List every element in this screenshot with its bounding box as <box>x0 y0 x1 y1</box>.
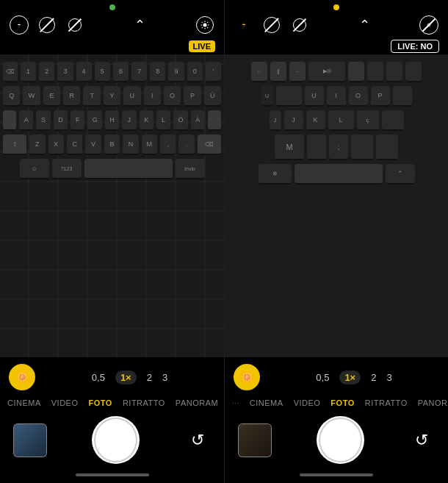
flip-icon-right <box>264 17 280 33</box>
mode-ritratto-left[interactable]: RITRATTO <box>123 398 165 407</box>
chevron-icon-right: ⌃ <box>359 18 370 32</box>
zoom-levels-left: 0,5 1× 2 3 <box>44 371 215 384</box>
zoom-row-left: 🌼 0,5 1× 2 3 <box>0 363 224 391</box>
keyboard-bg-left: ⌫ 123 456 789 0′ QWE RTY UIO PÙ ASD <box>0 54 224 357</box>
chevron-up-left[interactable]: ⌃ <box>130 15 151 35</box>
home-indicator-left <box>76 473 149 476</box>
svg-point-1 <box>203 24 207 27</box>
svg-marker-2 <box>242 19 247 31</box>
mode-video-right[interactable]: VIDEO <box>294 398 321 407</box>
zoom-3-left[interactable]: 3 <box>162 372 167 383</box>
mode-panoram-right[interactable]: PANORAM <box>418 398 448 407</box>
zoom-1x-left[interactable]: 1× <box>115 371 137 384</box>
mode-panoram-left[interactable]: PANORAM <box>176 398 218 407</box>
zoom-3-right[interactable]: 3 <box>386 372 391 383</box>
keyboard-bg-right: ← ‖ → ▶⊟ U UIO P <box>225 54 448 357</box>
thumbnail-left[interactable] <box>13 423 47 457</box>
live-badge-left: LIVE <box>189 40 215 52</box>
mode-scroll-left: CINEMA VIDEO FOTO RITRATTO PANORAM <box>0 398 224 407</box>
macro-button-right[interactable]: 🌼 <box>234 364 260 390</box>
zoom-1x-right[interactable]: 1× <box>339 371 361 384</box>
thumb-image-right <box>239 424 271 457</box>
flip-icon-left <box>39 17 55 33</box>
flip-button-left[interactable] <box>37 15 57 35</box>
macro-button-left[interactable]: 🌼 <box>9 364 35 390</box>
home-indicator-right <box>300 473 373 476</box>
zoom-2-right[interactable]: 2 <box>371 372 376 383</box>
face-button-right[interactable] <box>289 15 310 35</box>
controls-left <box>9 15 85 35</box>
mode-cinema-right[interactable]: CINEMA <box>250 398 283 407</box>
mode-video-left[interactable]: VIDEO <box>51 398 79 407</box>
settings-button-left[interactable] <box>195 15 215 35</box>
settings-icon-left <box>196 16 214 34</box>
mode-scroll-right: ··· CINEMA VIDEO FOTO RITRATTO PANORAM <box>225 398 448 407</box>
mode-row-left: CINEMA VIDEO FOTO RITRATTO PANORAM <box>0 391 224 415</box>
flip-button-right[interactable] <box>261 15 282 35</box>
zoom-row-right: 🌼 0,5 1× 2 3 <box>225 363 448 391</box>
top-controls-left: ⌃ <box>0 12 224 38</box>
shutter-button-right[interactable] <box>317 416 364 464</box>
viewfinder-right: ← ‖ → ▶⊟ U UIO P <box>225 54 448 357</box>
home-bar-left <box>0 470 224 483</box>
mode-foto-right[interactable]: FOTO <box>330 398 354 407</box>
shutter-button-left[interactable] <box>92 416 140 464</box>
zoom-0.5-left[interactable]: 0,5 <box>92 372 105 383</box>
bottom-overlay-left: 🌼 0,5 1× 2 3 CINEMA VIDEO FOTO RITRATTO … <box>0 357 224 483</box>
zoom-levels-right: 0,5 1× 2 3 <box>269 371 439 384</box>
rotate-button-right[interactable]: ↺ <box>408 427 435 454</box>
mode-dots-right: ··· <box>232 399 239 407</box>
rotate-icon-left: ↺ <box>191 431 204 450</box>
live-badge-container-right: LIVE: NO <box>225 38 448 54</box>
live-badge-right: LIVE: NO <box>391 40 439 53</box>
mode-row-right: ··· CINEMA VIDEO FOTO RITRATTO PANORAM <box>225 391 448 415</box>
controls-right-left <box>195 15 215 35</box>
live-badge-container-left: LIVE <box>0 38 224 54</box>
zoom-2-left[interactable]: 2 <box>147 372 152 383</box>
mode-cinema-left[interactable]: CINEMA <box>7 398 41 407</box>
face-icon-left <box>67 17 83 33</box>
rotate-button-left[interactable]: ↺ <box>184 427 211 454</box>
face-button-left[interactable] <box>65 15 85 35</box>
thumbnail-right[interactable] <box>238 423 272 457</box>
shutter-row-left: ↺ <box>0 415 224 470</box>
controls-left-right <box>234 15 310 35</box>
settings-button-right[interactable] <box>419 15 439 35</box>
home-bar-right <box>225 470 448 483</box>
flash-icon-left <box>10 15 29 35</box>
rotate-icon-right: ↺ <box>415 431 428 450</box>
face-icon-right <box>292 17 308 33</box>
svg-marker-0 <box>17 20 21 30</box>
flash-button-left[interactable] <box>9 15 29 35</box>
status-dot-right <box>333 4 339 10</box>
thumb-image-left <box>14 424 46 457</box>
zoom-0.5-right[interactable]: 0,5 <box>316 372 329 383</box>
chevron-up-right[interactable]: ⌃ <box>354 15 375 35</box>
mode-ritratto-right[interactable]: RITRATTO <box>365 398 408 407</box>
status-dot-left <box>109 4 115 10</box>
controls-right-right <box>419 15 439 35</box>
left-panel: ⌃ LIVE ⌫ 123 <box>0 0 224 483</box>
right-panel: ⌃ LIVE: NO ← ‖ <box>224 0 448 483</box>
flash-icon-right <box>239 19 248 31</box>
settings-icon-right <box>419 15 438 35</box>
chevron-icon-left: ⌃ <box>134 18 145 32</box>
flash-button-right[interactable] <box>234 15 254 35</box>
shutter-row-right: ↺ <box>225 415 448 470</box>
viewfinder-left: ⌫ 123 456 789 0′ QWE RTY UIO PÙ ASD <box>0 54 224 357</box>
top-controls-right: ⌃ <box>225 12 448 38</box>
mode-foto-left[interactable]: FOTO <box>89 398 112 407</box>
bottom-overlay-right: 🌼 0,5 1× 2 3 ··· CINEMA VIDEO FOTO RITRA… <box>225 357 448 483</box>
